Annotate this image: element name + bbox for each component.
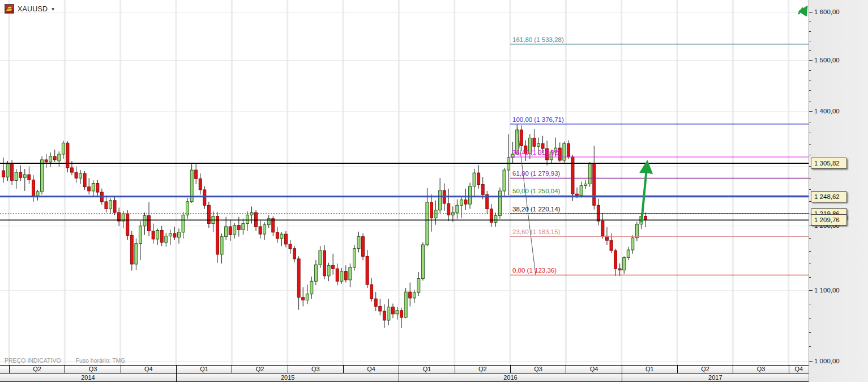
candle-down	[447, 203, 450, 215]
quarter-cell[interactable]: Q3	[510, 366, 566, 373]
minor-tick	[809, 346, 811, 347]
fibonacci-level-label[interactable]: 161,80 (1 533,28)	[512, 36, 564, 43]
candle-down	[370, 285, 373, 299]
fibonacci-level-label[interactable]: 100,00 (1 376,71)	[512, 116, 564, 123]
candle-up	[220, 236, 223, 254]
fibonacci-level-label[interactable]: 38,20 (1 220,14)	[512, 206, 561, 213]
candle-up	[15, 172, 18, 180]
quarter-cell[interactable]	[0, 366, 9, 373]
candle-up	[306, 294, 309, 300]
candle-up	[580, 186, 583, 196]
candle-down	[173, 234, 176, 237]
candle-up	[62, 143, 65, 154]
candle-down	[83, 173, 86, 187]
candle-down	[332, 265, 335, 269]
candle-up	[49, 156, 52, 162]
dropdown-caret-icon[interactable]: ▾	[52, 6, 54, 12]
candle-up	[246, 215, 249, 223]
year-row: 2014201520162017	[0, 373, 809, 382]
year-cell[interactable]: 2017	[622, 373, 809, 381]
year-cell[interactable]: 2015	[176, 373, 399, 381]
candle-down	[19, 172, 22, 177]
trend-arrow-drawing[interactable]	[642, 162, 647, 222]
candle-down	[601, 221, 604, 236]
candle-up	[233, 226, 236, 235]
candle-down	[195, 170, 198, 179]
candle-up	[588, 164, 591, 184]
chart-window: 161,80 (1 533,28)100,00 (1 376,71)76,40 …	[0, 0, 868, 382]
candle-up	[280, 234, 283, 239]
quarter-cell[interactable]: Q2	[677, 366, 733, 373]
fibonacci-level-label[interactable]: 61,80 (1 279,93)	[512, 170, 561, 177]
vertical-gridline	[732, 0, 734, 365]
candle-up	[439, 190, 442, 210]
minor-tick	[809, 277, 811, 278]
candle-down	[610, 240, 613, 251]
candle-down	[323, 251, 326, 276]
instrument-selector[interactable]: XAUUSD ▾	[5, 4, 54, 14]
candle-down	[237, 226, 240, 230]
candle-down	[32, 180, 35, 196]
minor-tick	[809, 80, 811, 80]
minor-tick	[809, 101, 811, 101]
candle-up	[404, 292, 407, 317]
timezone-label: Fuso horário: TMG	[76, 357, 126, 364]
candle-up	[135, 244, 138, 264]
fibonacci-level-label[interactable]: 23,60 (1 183,15)	[512, 228, 561, 235]
minor-tick	[809, 22, 811, 22]
year-cell[interactable]: 2014	[0, 373, 176, 381]
year-cell[interactable]: 2016	[399, 373, 621, 381]
candle-up	[537, 143, 540, 146]
quarter-cell[interactable]: Q2	[9, 366, 65, 373]
minor-tick	[809, 41, 811, 41]
price-axis-label: 1 000,00	[814, 358, 840, 364]
time-axis[interactable]: Q2Q3Q4Q1Q2Q3Q4Q1Q2Q3Q4Q1Q2Q3Q4 201420152…	[0, 365, 809, 382]
fibonacci-level-label[interactable]: 50,00 (1 250,04)	[512, 188, 561, 194]
candle-up	[186, 202, 189, 215]
candle-down	[362, 236, 365, 256]
quarter-cell[interactable]: Q2	[455, 366, 510, 373]
quarter-cell[interactable]: Q4	[121, 366, 176, 373]
chart-plot-area[interactable]: 161,80 (1 533,28)100,00 (1 376,71)76,40 …	[0, 0, 809, 365]
candle-down	[126, 214, 129, 235]
candle-down	[293, 249, 296, 259]
fibonacci-level-label[interactable]: 0,00 (1 123,36)	[512, 267, 557, 274]
candle-up	[139, 226, 142, 244]
price-tag: 1 209,76	[811, 214, 847, 226]
quarter-cell[interactable]: Q1	[399, 366, 454, 373]
minor-tick	[809, 155, 811, 155]
candle-down	[597, 205, 600, 221]
quarter-cell[interactable]: Q4	[789, 366, 809, 373]
quarter-cell[interactable]: Q3	[65, 366, 120, 373]
candle-down	[66, 143, 69, 168]
vertical-gridline	[64, 0, 66, 365]
candle-down	[614, 251, 617, 269]
candle-down	[391, 307, 394, 314]
candle-up	[23, 175, 26, 177]
quarter-cell[interactable]: Q3	[733, 366, 788, 373]
candle-up	[623, 258, 626, 270]
candle-down	[520, 130, 523, 146]
candle-up	[143, 215, 146, 226]
quarter-cell[interactable]: Q4	[343, 366, 399, 373]
candle-up	[92, 184, 95, 191]
quarter-cell[interactable]: Q4	[566, 366, 621, 373]
candle-down	[302, 298, 305, 300]
quarter-cell[interactable]: Q1	[622, 366, 677, 373]
candle-down	[379, 306, 382, 311]
candle-down	[75, 172, 78, 178]
quarter-cell[interactable]: Q1	[176, 366, 232, 373]
vertical-gridline	[788, 0, 789, 365]
candlestick-chart-canvas[interactable]: 161,80 (1 533,28)100,00 (1 376,71)76,40 …	[0, 0, 809, 365]
price-axis-panel[interactable]: 1 600,001 500,001 400,001 300,001 200,00…	[809, 0, 868, 382]
candle-up	[349, 268, 352, 280]
minor-tick	[809, 178, 811, 179]
candle-down	[199, 179, 202, 190]
vertical-gridline	[677, 0, 678, 365]
quarter-cell[interactable]: Q3	[288, 366, 343, 373]
candle-down	[11, 164, 14, 180]
quarter-cell[interactable]: Q2	[232, 366, 287, 373]
fibonacci-level-label[interactable]: 76,40 (1 316,92)	[512, 149, 561, 156]
candle-up	[225, 227, 228, 237]
candle-up	[498, 191, 501, 215]
